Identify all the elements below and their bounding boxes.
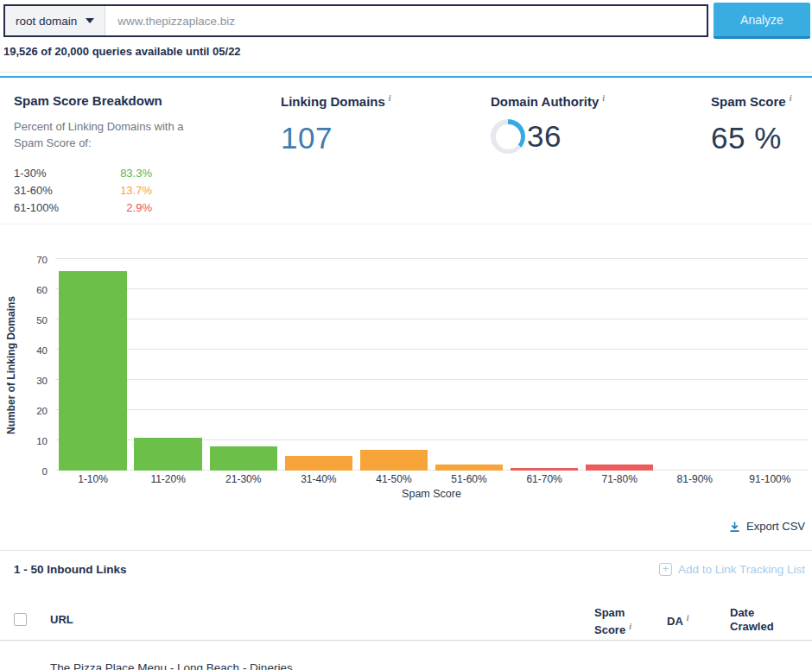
breakdown-title: Spam Score Breakdown [14,93,256,108]
breakdown-rows: 1-30% 83.3% 31-60% 13.7% 61-100% 2.9% [14,165,256,217]
bar-slot [582,259,657,471]
inbound-links-label: Inbound Links [47,563,126,576]
bar-slot [356,259,431,471]
summary-card: Spam Score Breakdown Percent of Linking … [0,76,812,224]
download-icon [729,521,740,533]
spam-header-line1: Spam [594,606,631,620]
date-header-line2: Crawled [730,620,774,634]
y-tick-label: 50 [26,315,55,326]
date-header-line1: Date [730,606,774,620]
breakdown-row: 31-60% 13.7% [14,182,152,199]
x-tick-label: 51-60% [431,473,506,485]
column-header-spam-score[interactable]: Spam Scorei [594,606,631,637]
spam-score-value: 65 % [711,121,792,155]
inbound-links-header: 1 - 50 Inbound Links + Add to Link Track… [14,563,805,576]
inbound-links-title: 1 - 50 Inbound Links [14,563,127,576]
spam-score-histogram: Number of Linking Domains 01020304050607… [0,246,812,505]
add-to-link-tracking-button[interactable]: + Add to Link Tracking List [659,563,805,576]
domain-authority-gauge-group: 36 [491,119,605,154]
breakdown-row-value: 2.9% [93,199,152,217]
spam-score-label: Spam Score [711,94,786,109]
y-tick-label: 0 [26,466,55,477]
x-axis-label: Spam Score [55,488,808,500]
y-tick-label: 60 [26,285,55,295]
plus-icon: + [659,563,672,576]
bar-41-50%[interactable] [360,450,428,471]
bar-31-40%[interactable] [285,456,352,471]
breakdown-row-value: 13.7% [93,182,152,199]
bar-61-70%[interactable] [511,468,578,471]
y-tick-label: 40 [26,345,55,356]
divider [0,72,812,73]
bar-slot [206,259,281,471]
x-tick-label: 41-50% [356,473,431,485]
add-to-link-tracking-label: Add to Link Tracking List [678,563,805,576]
breakdown-row-label: 1-30% [14,165,93,182]
bar-11-20%[interactable] [134,438,201,471]
x-axis-tick-labels: 1-10%11-20%21-30%31-40%41-50%51-60%61-70… [55,473,808,485]
domain-authority-heading: Domain Authorityi [491,93,605,109]
bar-slot [507,259,582,471]
x-tick-label: 31-40% [281,473,356,485]
query-quota-text: 19,526 of 20,000 queries available until… [3,45,241,58]
column-header-date-crawled[interactable]: Date Crawled [730,606,774,634]
column-header-da[interactable]: DAi [667,613,689,628]
x-tick-label: 21-30% [206,473,281,485]
breakdown-row: 61-100% 2.9% [14,199,152,217]
y-axis-label: Number of Linking Domains [5,259,17,471]
inbound-link-row-url[interactable]: The Pizza Place Menu - Long Beach - Dine… [50,661,293,670]
scope-dropdown[interactable]: root domain [5,6,105,35]
domain-authority-metric: Domain Authorityi 36 [491,93,605,154]
export-csv-label: Export CSV [746,520,805,533]
y-tick-label: 70 [26,255,55,265]
breakdown-row-value: 83.3% [93,165,152,182]
domain-authority-label: Domain Authority [491,94,599,109]
gauge-hole [496,124,521,149]
y-tick-label: 10 [26,436,55,446]
bar-1-10%[interactable] [59,271,126,471]
divider [0,550,812,551]
linking-domains-value: 107 [281,121,391,155]
info-icon[interactable]: i [687,613,689,623]
bar-slot [431,259,506,471]
links-table-header: URL Spam Scorei DAi Date Crawled [0,599,812,641]
linking-domains-metric: Linking Domainsi 107 [281,93,391,155]
export-csv-button[interactable]: Export CSV [729,520,805,533]
scope-dropdown-label: root domain [16,15,77,28]
search-input[interactable] [105,6,707,35]
breakdown-row: 1-30% 83.3% [14,165,152,182]
column-header-url[interactable]: URL [50,613,73,626]
search-bar: root domain Analyze [3,3,812,39]
result-range: 1 - 50 [14,563,44,576]
domain-authority-gauge [491,119,525,154]
spam-score-metric: Spam Scorei 65 % [711,93,792,155]
spam-header-line2: Scorei [594,620,631,637]
spam-score-breakdown: Spam Score Breakdown Percent of Linking … [14,93,256,217]
info-icon[interactable]: i [602,93,605,103]
breakdown-row-label: 31-60% [14,182,93,199]
analyze-button[interactable]: Analyze [714,3,810,39]
x-tick-label: 1-10% [55,473,130,485]
chevron-down-icon [86,18,94,23]
info-icon[interactable]: i [629,622,631,631]
info-icon[interactable]: i [389,93,391,103]
spam-score-heading: Spam Scorei [711,93,792,109]
y-tick-label: 30 [26,376,55,386]
x-tick-label: 61-70% [507,473,582,485]
breakdown-subtitle: Percent of Linking Domains with a Spam S… [14,118,197,151]
linking-domains-label: Linking Domains [281,94,385,109]
x-tick-label: 11-20% [130,473,206,485]
bar-51-60%[interactable] [435,465,503,471]
bars [55,259,808,471]
bar-slot [733,259,808,471]
bar-slot [55,259,130,471]
bar-slot [657,259,733,471]
breakdown-row-label: 61-100% [14,199,93,217]
select-all-checkbox[interactable] [14,613,27,626]
bar-71-80%[interactable] [586,465,653,471]
info-icon[interactable]: i [790,93,792,103]
domain-authority-value: 36 [527,119,561,154]
y-tick-label: 20 [26,406,55,416]
bar-21-30%[interactable] [210,446,277,471]
bar-slot [130,259,206,471]
